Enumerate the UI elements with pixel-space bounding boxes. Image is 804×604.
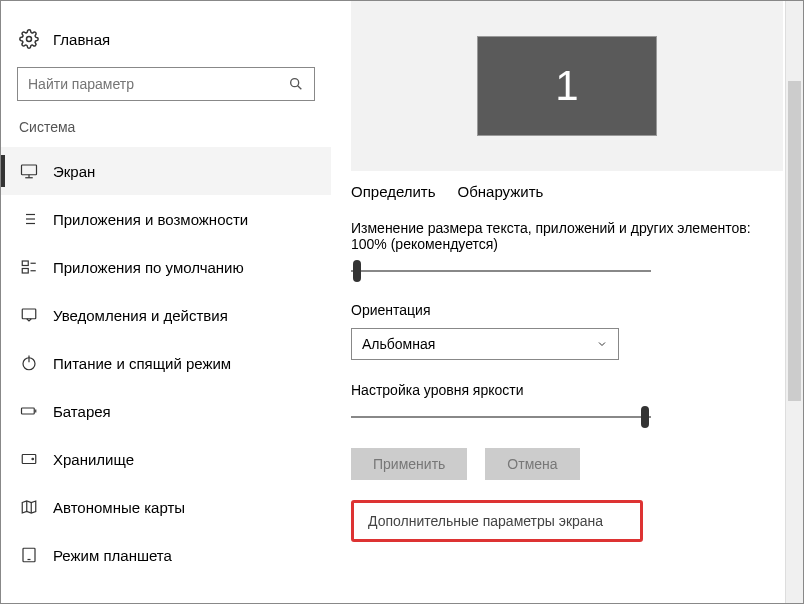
sidebar-item-default-apps[interactable]: Приложения по умолчанию xyxy=(1,243,331,291)
monitor-number: 1 xyxy=(555,62,578,110)
defaults-icon xyxy=(19,257,39,277)
scale-slider[interactable] xyxy=(351,262,651,280)
power-icon xyxy=(19,353,39,373)
svg-line-2 xyxy=(298,86,302,90)
svg-rect-13 xyxy=(22,269,28,274)
sidebar-item-label: Режим планшета xyxy=(53,547,172,564)
identify-button[interactable]: Определить xyxy=(351,183,436,200)
sidebar-item-label: Приложения и возможности xyxy=(53,211,248,228)
monitor-preview[interactable]: 1 xyxy=(477,36,657,136)
svg-rect-3 xyxy=(22,165,37,175)
gear-icon xyxy=(19,29,39,49)
sidebar-item-label: Автономные карты xyxy=(53,499,185,516)
home-link[interactable]: Главная xyxy=(1,29,331,67)
sidebar: Главная Система Экран Приложения и возмо… xyxy=(1,1,331,603)
cancel-button[interactable]: Отмена xyxy=(485,448,579,480)
sidebar-item-apps[interactable]: Приложения и возможности xyxy=(1,195,331,243)
orientation-dropdown[interactable]: Альбомная xyxy=(351,328,619,360)
advanced-display-link[interactable]: Дополнительные параметры экрана xyxy=(368,513,603,529)
list-icon xyxy=(19,209,39,229)
slider-thumb[interactable] xyxy=(353,260,361,282)
search-box[interactable] xyxy=(17,67,315,101)
sidebar-item-label: Питание и спящий режим xyxy=(53,355,231,372)
detect-button[interactable]: Обнаружить xyxy=(458,183,544,200)
sidebar-item-battery[interactable]: Батарея xyxy=(1,387,331,435)
sidebar-item-maps[interactable]: Автономные карты xyxy=(1,483,331,531)
sidebar-item-label: Батарея xyxy=(53,403,111,420)
svg-rect-16 xyxy=(22,309,36,319)
slider-thumb[interactable] xyxy=(641,406,649,428)
sidebar-item-label: Приложения по умолчанию xyxy=(53,259,244,276)
tablet-icon xyxy=(19,545,39,565)
sidebar-item-storage[interactable]: Хранилище xyxy=(1,435,331,483)
monitor-preview-area: 1 xyxy=(351,1,783,171)
search-icon xyxy=(288,76,304,92)
svg-point-0 xyxy=(27,37,32,42)
notification-icon xyxy=(19,305,39,325)
sidebar-item-label: Уведомления и действия xyxy=(53,307,228,324)
slider-track xyxy=(351,416,651,418)
svg-rect-12 xyxy=(22,261,28,266)
sidebar-item-label: Хранилище xyxy=(53,451,134,468)
sidebar-item-label: Экран xyxy=(53,163,95,180)
monitor-icon xyxy=(19,161,39,181)
category-label: Система xyxy=(1,119,331,147)
advanced-display-link-highlight: Дополнительные параметры экрана xyxy=(351,500,643,542)
svg-rect-19 xyxy=(22,408,35,414)
scale-label: Изменение размера текста, приложений и д… xyxy=(351,220,783,252)
home-label: Главная xyxy=(53,31,110,48)
battery-icon xyxy=(19,401,39,421)
sidebar-item-notifications[interactable]: Уведомления и действия xyxy=(1,291,331,339)
sidebar-item-power[interactable]: Питание и спящий режим xyxy=(1,339,331,387)
sidebar-item-display[interactable]: Экран xyxy=(1,147,331,195)
brightness-label: Настройка уровня яркости xyxy=(351,382,783,398)
main-panel: 1 Определить Обнаружить Изменение размер… xyxy=(331,1,803,603)
brightness-slider[interactable] xyxy=(351,408,651,426)
scrollbar[interactable] xyxy=(785,1,803,603)
orientation-label: Ориентация xyxy=(351,302,783,318)
storage-icon xyxy=(19,449,39,469)
slider-track xyxy=(351,270,651,272)
scrollbar-thumb[interactable] xyxy=(788,81,801,401)
svg-point-1 xyxy=(291,79,299,87)
sidebar-item-tablet[interactable]: Режим планшета xyxy=(1,531,331,579)
chevron-down-icon xyxy=(596,338,608,350)
apply-button[interactable]: Применить xyxy=(351,448,467,480)
maps-icon xyxy=(19,497,39,517)
search-input[interactable] xyxy=(28,76,288,92)
svg-point-22 xyxy=(32,458,34,460)
orientation-value: Альбомная xyxy=(362,336,435,352)
